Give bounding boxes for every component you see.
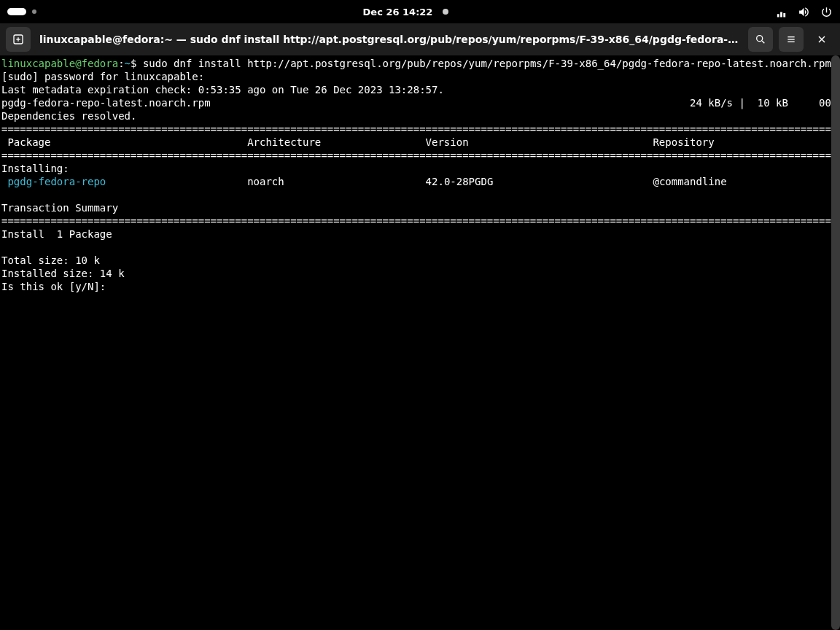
- rule-line: ========================================…: [1, 149, 840, 161]
- prompt-sep: :: [118, 58, 124, 69]
- plus-icon: [12, 34, 24, 45]
- sudo-prompt: [sudo] password for linuxcapable:: [1, 71, 211, 82]
- volume-icon: [798, 6, 810, 18]
- table-header: Package Architecture Version Repository …: [1, 136, 840, 148]
- prompt-symbol: $: [131, 58, 143, 69]
- total-size: Total size: 10 k: [1, 254, 100, 266]
- close-icon: [816, 34, 828, 45]
- install-count: Install 1 Package: [1, 228, 112, 240]
- deps-line: Dependencies resolved.: [1, 110, 136, 122]
- metadata-line: Last metadata expiration check: 0:53:35 …: [1, 84, 444, 96]
- svg-point-3: [757, 36, 763, 42]
- terminal-output: linuxcapable@fedora:~$ sudo dnf install …: [0, 55, 840, 295]
- clock-text: Dec 26 14:22: [363, 7, 433, 18]
- confirm-prompt: Is this ok [y/N]:: [1, 281, 112, 292]
- terminal-viewport[interactable]: linuxcapable@fedora:~$ sudo dnf install …: [0, 55, 840, 630]
- prompt-user: linuxcapable@fedora: [1, 58, 118, 69]
- rule-line: ========================================…: [1, 123, 840, 135]
- terminal-titlebar: linuxcapable@fedora:~ — sudo dnf install…: [0, 23, 840, 55]
- prompt-path: ~: [125, 58, 131, 69]
- activities-dot-icon: [32, 9, 36, 14]
- power-icon: [820, 6, 833, 18]
- topbar-activities[interactable]: [7, 8, 36, 15]
- download-line: pgdg-fedora-repo-latest.noarch.rpm 24 kB…: [1, 97, 840, 109]
- close-button[interactable]: [809, 27, 834, 52]
- terminal-scrollbar[interactable]: [831, 55, 840, 630]
- hamburger-icon: [785, 34, 797, 45]
- notification-dot-icon: [443, 9, 448, 15]
- topbar-status-area[interactable]: [775, 6, 833, 18]
- package-row-rest: noarch 42.0-28PGDG @commandline 10 k: [106, 176, 840, 187]
- installed-size: Installed size: 14 k: [1, 268, 125, 279]
- installing-label: Installing:: [1, 163, 69, 174]
- search-icon: [755, 34, 766, 45]
- gnome-topbar: Dec 26 14:22: [0, 0, 840, 23]
- scrollbar-thumb[interactable]: [831, 55, 840, 630]
- topbar-clock[interactable]: Dec 26 14:22: [363, 7, 449, 18]
- package-name: pgdg-fedora-repo: [1, 176, 106, 187]
- network-icon: [775, 6, 788, 18]
- new-tab-button[interactable]: [6, 27, 31, 52]
- svg-line-4: [762, 41, 764, 43]
- window-title: linuxcapable@fedora:~ — sudo dnf install…: [36, 34, 742, 45]
- rule-line: ========================================…: [1, 215, 840, 227]
- txn-summary-label: Transaction Summary: [1, 202, 118, 214]
- menu-button[interactable]: [779, 27, 804, 52]
- activities-pill-icon: [7, 8, 26, 15]
- command-text: sudo dnf install http://apt.postgresql.o…: [143, 58, 831, 69]
- search-button[interactable]: [748, 27, 773, 52]
